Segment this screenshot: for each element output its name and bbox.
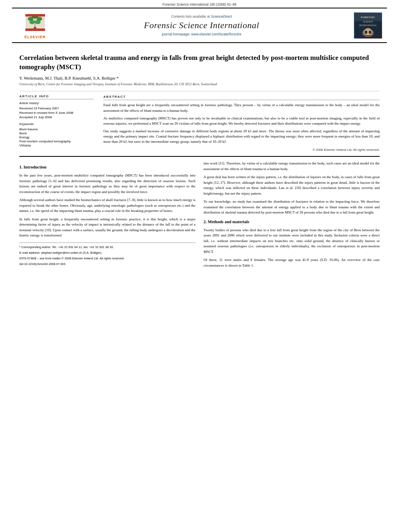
keyword-2: Energy <box>19 136 94 139</box>
right-p3: To our knowledge, no study has examined … <box>204 199 380 216</box>
right-p1: into work [11]. Therefore, by virtue of … <box>204 161 380 172</box>
main-text-columns: 1. Introduction In the past few years, p… <box>19 161 380 271</box>
svg-text:INTERNATIONAL: INTERNATIONAL <box>359 24 377 27</box>
article-info-title: ARTICLE INFO <box>19 94 94 99</box>
svg-point-19 <box>369 31 371 34</box>
journal-logo-right: FORENSIC SCIENCE INTERNATIONAL <box>350 12 382 39</box>
journal-header: ELSEVIER Contents lists available at Sci… <box>12 8 387 43</box>
methods-heading: 2. Methods and materials <box>204 219 380 225</box>
intro-heading: 1. Introduction <box>19 164 195 170</box>
footnote-email: E-mail address: stephan.bolliger@irm.uni… <box>19 251 195 255</box>
right-column: into work [11]. Therefore, by virtue of … <box>204 161 380 271</box>
footnote-issn: 0379-0738/$ – see front matter © 2008 El… <box>19 256 195 261</box>
footnote-corresponding: * Corresponding author. Tel.: +41 31 631… <box>19 245 195 249</box>
abstract-title: ABSTRACT <box>103 94 380 101</box>
keywords-block: Keywords: Blunt trauma Bone Energy Post-… <box>19 122 94 147</box>
footnote-area: * Corresponding author. Tel.: +41 31 631… <box>19 242 195 267</box>
article-body: Correlation between skeletal trauma and … <box>0 43 399 276</box>
intro-p2: Although several authors have studied th… <box>19 197 195 214</box>
elsevier-text: ELSEVIER <box>25 35 46 39</box>
elsevier-logo: ELSEVIER <box>17 12 53 39</box>
svg-text:FORENSIC: FORENSIC <box>361 16 375 19</box>
copyright-line: © 2008 Elsevier Ireland Ltd. All rights … <box>103 148 380 152</box>
intro-p1: In the past few years, post-mortem multi… <box>19 173 195 195</box>
journal-reference: Forensic Science International 180 (2008… <box>0 0 399 8</box>
abstract-p1: Fatal falls from great height are a freq… <box>103 103 380 113</box>
sciencedirect-link[interactable]: ScienceDirect <box>211 14 232 18</box>
methods-p2: Of these, 11 were males and 9 females. T… <box>204 257 380 268</box>
svg-rect-10 <box>25 29 45 31</box>
journal-title-header: Forensic Science International <box>53 20 350 31</box>
affiliation: University of Bern, Centre for Forensic … <box>19 82 380 86</box>
divider-under-affiliation <box>19 91 380 91</box>
intro-p3: In falls from great height, a frequently… <box>19 217 195 238</box>
divider-heavy <box>19 156 380 157</box>
keyword-3: Post-mortem computed tomography <box>19 140 94 143</box>
history-label: Article history: <box>19 101 94 105</box>
abstract-p2: As multislice computed tomography (MSCT)… <box>103 116 380 126</box>
keyword-1: Bone <box>19 131 94 135</box>
history-received: Received 15 February 2007 <box>19 107 94 110</box>
keyword-4: Virtopsy <box>19 144 94 147</box>
svg-point-18 <box>365 31 367 34</box>
sciencedirect-line: Contents lists available at ScienceDirec… <box>53 14 350 18</box>
history-revised: Received in revised form 5 June 2008 <box>19 111 94 115</box>
right-p2: A great deal has been written of the inj… <box>204 175 380 196</box>
svg-point-6 <box>29 20 35 24</box>
article-title: Correlation between skeletal trauma and … <box>19 53 380 72</box>
abstract-panel: ABSTRACT Fatal falls from great height a… <box>103 94 380 152</box>
footnote-doi: doi:10.1016/j.forsciint.2008.07.003 <box>19 262 195 266</box>
abstract-text: Fatal falls from great height are a freq… <box>103 103 380 144</box>
methods-p1: Twenty bodies of persons who died due to… <box>204 228 380 255</box>
journal-center: Contents lists available at ScienceDirec… <box>53 14 350 36</box>
journal-homepage: journal homepage: www.elsevier.com/locat… <box>53 32 350 36</box>
svg-rect-9 <box>25 14 45 16</box>
abstract-p3: Our study suggests a marked increase of … <box>103 129 380 144</box>
history-accepted: Accepted 21 July 2008 <box>19 115 94 119</box>
article-info-panel: ARTICLE INFO Article history: Received 1… <box>19 94 94 152</box>
keywords-label: Keywords: <box>19 122 94 126</box>
authors: Y. Weilemann, M.J. Thali, B.P. Kneubuehl… <box>19 76 380 80</box>
fsi-logo-box: FORENSIC SCIENCE INTERNATIONAL <box>354 12 382 39</box>
left-column: 1. Introduction In the past few years, p… <box>19 161 195 271</box>
article-info-abstract-row: ARTICLE INFO Article history: Received 1… <box>19 94 380 152</box>
svg-point-7 <box>35 20 41 24</box>
svg-text:SCIENCE: SCIENCE <box>363 21 373 23</box>
keyword-0: Blunt trauma <box>19 127 94 131</box>
